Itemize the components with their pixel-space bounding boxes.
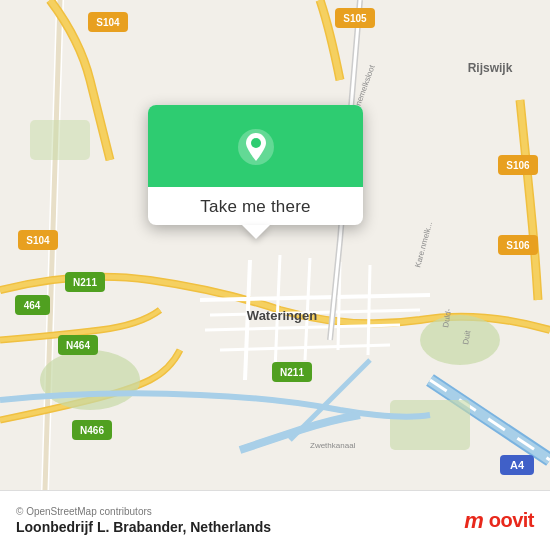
svg-rect-15 <box>30 120 90 160</box>
svg-text:A4: A4 <box>510 459 525 471</box>
take-me-there-button[interactable]: Take me there <box>200 197 310 217</box>
location-name: Loonbedrijf L. Brabander, Netherlands <box>16 519 271 535</box>
svg-text:464: 464 <box>24 300 41 311</box>
moovit-brand-text: oovit <box>489 509 534 532</box>
svg-text:S104: S104 <box>26 235 50 246</box>
svg-text:N211: N211 <box>73 277 97 288</box>
map-pin-icon <box>234 125 278 169</box>
svg-text:Zwethkanaal: Zwethkanaal <box>310 441 356 450</box>
svg-point-46 <box>251 138 261 148</box>
svg-point-12 <box>40 350 140 410</box>
footer-info: © OpenStreetMap contributors Loonbedrijf… <box>16 506 271 535</box>
svg-text:N466: N466 <box>80 425 104 436</box>
svg-text:Rijswijk: Rijswijk <box>468 61 513 75</box>
svg-text:N464: N464 <box>66 340 90 351</box>
card-green-header <box>148 105 363 187</box>
svg-text:S106: S106 <box>506 160 530 171</box>
svg-text:S104: S104 <box>96 17 120 28</box>
svg-line-11 <box>368 265 370 355</box>
location-card: Take me there <box>148 105 363 225</box>
svg-rect-14 <box>390 400 470 450</box>
copyright-text: © OpenStreetMap contributors <box>16 506 271 517</box>
svg-point-13 <box>420 315 500 365</box>
svg-text:S106: S106 <box>506 240 530 251</box>
svg-text:Wateringen: Wateringen <box>247 308 317 323</box>
moovit-logo: m oovit <box>464 508 534 534</box>
moovit-m-letter: m <box>464 508 484 534</box>
svg-text:S105: S105 <box>343 13 367 24</box>
map-area: S104 S104 N211 N211 N464 464 N466 S105 S… <box>0 0 550 490</box>
svg-text:N211: N211 <box>280 367 304 378</box>
footer-bar: © OpenStreetMap contributors Loonbedrijf… <box>0 490 550 550</box>
